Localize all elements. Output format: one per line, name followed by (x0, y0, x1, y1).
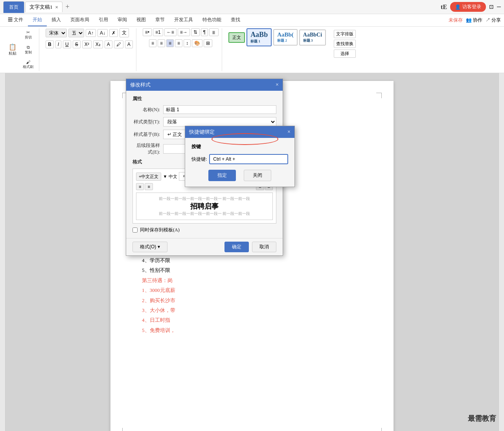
style-normal[interactable]: 正文 (228, 32, 245, 43)
shortcut-body: 按键 快捷键: 指定 关闭 (185, 138, 294, 187)
doc-tab-close[interactable]: ✕ (55, 5, 58, 9)
new-tab-btn[interactable]: + (63, 3, 72, 11)
ribbon-tab-layout[interactable]: 页面布局 (66, 14, 94, 26)
name-row: 名称(N): (132, 105, 276, 114)
ribbon-tab-file[interactable]: ☰ 文件 (3, 14, 28, 26)
style-h2-label: AaBb( (277, 31, 294, 38)
assign-btn[interactable]: 指定 (208, 170, 236, 181)
shortcut-close-btn[interactable]: × (287, 129, 291, 135)
ribbon-tab-find[interactable]: 查找 (226, 14, 245, 26)
char-border-btn[interactable]: A (125, 40, 133, 48)
login-button[interactable]: 👤 访客登录 (450, 2, 486, 12)
cancel-btn[interactable]: 取消 (252, 242, 276, 252)
align-right-btn[interactable]: ≡ (175, 39, 182, 47)
style-h2[interactable]: AaBb( 标题 2 (273, 29, 298, 46)
italic-btn[interactable]: I (55, 40, 61, 48)
clear-format-btn[interactable]: ✗ (109, 29, 118, 37)
ribbon-tab-ref[interactable]: 引用 (94, 14, 113, 26)
bullet-list-btn[interactable]: ≡• (143, 28, 152, 36)
show-marks-btn[interactable]: ¶ (201, 28, 208, 36)
text-arrange-btn[interactable]: 文字排版 (334, 30, 356, 38)
preview-lines-top: 前一段一前一段一前一段一前一段一 前一段一前一段 (140, 196, 269, 202)
item3-4: 4、日工时指 (142, 315, 362, 325)
item3-2: 2、购买长沙市 (142, 296, 362, 305)
name-label: 名称(N): (132, 106, 160, 113)
item3-3: 3、大小休，带 (142, 306, 362, 315)
bold-btn[interactable]: B (46, 40, 54, 48)
align-center-style-btn[interactable]: ≡ (145, 183, 153, 190)
paste-btn[interactable]: 📋 粘贴 (6, 42, 19, 58)
superscript-btn[interactable]: X² (82, 40, 92, 48)
modify-style-footer: 格式(O) ▾ 确定 取消 (126, 238, 283, 255)
col-btn[interactable]: ⫼ (209, 28, 219, 36)
corner-mark-br (376, 428, 382, 431)
preview-title: 招聘启事 (140, 202, 269, 211)
ribbon-tab-special[interactable]: 特色功能 (198, 14, 226, 26)
style-h1[interactable]: AaBb 标题 1 (246, 28, 272, 46)
ribbon-tab-insert[interactable]: 插入 (47, 14, 66, 26)
tab-home[interactable]: 首页 (3, 1, 24, 13)
ribbon-tab-review[interactable]: 审阅 (113, 14, 132, 26)
ribbon-tab-section[interactable]: 章节 (151, 14, 169, 26)
shortcut-close-dialog-btn[interactable]: 关闭 (244, 170, 271, 181)
unsaved-indicator[interactable]: 未保存 (449, 17, 463, 24)
align-left-btn[interactable]: ≡ (149, 39, 156, 47)
preview-area: 前一段一前一段一前一段一前一段一 前一段一前一段 招聘启事 前一段一前一段一前一… (136, 193, 273, 220)
indent-dec-btn[interactable]: ←≡ (164, 28, 177, 36)
restore-btn[interactable]: ⊡ (489, 4, 494, 10)
ok-btn[interactable]: 确定 (224, 242, 249, 252)
style-h2-name: 标题 2 (277, 38, 294, 43)
format-brush-btn[interactable]: 🖌 格式刷 (20, 58, 36, 71)
phonetic-btn[interactable]: 文 (120, 28, 129, 37)
corner-mark-bl (122, 428, 128, 431)
save-template-checkbox[interactable] (132, 227, 138, 233)
ribbon-tab-dev[interactable]: 开发工具 (169, 14, 198, 26)
copy-btn[interactable]: ⧉ 复制 (20, 43, 36, 57)
line-spacing-btn[interactable]: ↕ (184, 39, 191, 47)
font-left-btn[interactable]: +中文正文 (136, 172, 161, 181)
ribbon-tab-view[interactable]: 视图 (132, 14, 151, 26)
type-select[interactable]: 段落 (163, 117, 276, 127)
style-h3[interactable]: AaBbCi 标题 3 (299, 29, 326, 46)
align-left-style-btn[interactable]: ≡ (136, 183, 144, 190)
name-input[interactable] (163, 105, 276, 114)
item3-1: 1、3000元底薪 (142, 286, 362, 295)
highlight-btn[interactable]: 🖊 (114, 40, 123, 48)
font-shrink-btn[interactable]: A↓ (97, 29, 108, 37)
share-btn[interactable]: ↗ 分享 (486, 17, 501, 24)
item2-5: 5、性别不限 (142, 266, 362, 275)
modify-style-close-btn[interactable]: × (276, 82, 279, 88)
ribbon-tab-home[interactable]: 开始 (28, 14, 47, 26)
border-btn[interactable]: ⊞ (204, 39, 212, 47)
underline-btn[interactable]: U (63, 40, 71, 48)
style-h3-name: 标题 3 (303, 38, 322, 43)
title-right: tE 👤 访客登录 ⊡ ─ (441, 2, 501, 12)
shortcut-key-input[interactable] (209, 154, 288, 164)
font-grow-btn[interactable]: A↑ (86, 29, 96, 37)
subscript-btn[interactable]: X₂ (93, 40, 103, 48)
shortcut-title: 快捷键绑定 (189, 128, 215, 136)
cut-btn[interactable]: ✂ 剪切 (20, 28, 36, 42)
format-dropdown-btn[interactable]: 格式(O) ▾ (132, 242, 167, 252)
collab-btn[interactable]: 👥 协作 (466, 17, 482, 24)
indent-inc-btn[interactable]: ≡→ (178, 28, 190, 36)
user-icon: 👤 (455, 4, 461, 10)
sort-btn[interactable]: ⇅ (191, 28, 200, 36)
doc-tab-label: 文字文稿1 (29, 4, 53, 11)
strikethrough-btn[interactable]: S (73, 40, 81, 48)
sidebar-left (0, 73, 6, 431)
align-justify-btn[interactable]: ≡ (166, 39, 174, 47)
paragraph-group: ≡• ≡1 ←≡ ≡→ ⇅ ¶ ⫼ ≡ ≡ ≡ ≡ ↕ 🎨 ⊞ (140, 28, 222, 71)
align-center-btn[interactable]: ≡ (158, 39, 165, 47)
font-name-select[interactable]: 宋体 (46, 29, 67, 37)
num-list-btn[interactable]: ≡1 (153, 28, 163, 36)
minimize-btn[interactable]: ─ (497, 4, 501, 10)
font-size-select[interactable]: 五号 (68, 29, 84, 37)
font-color-btn[interactable]: A (105, 40, 112, 48)
right-tools: 文字排版 查找替换 选择 (332, 28, 357, 71)
find-replace-btn[interactable]: 查找替换 (334, 40, 356, 48)
shading-btn[interactable]: 🎨 (192, 39, 202, 47)
tab-doc[interactable]: 文字文稿1 ✕ (25, 2, 63, 12)
scroll-right[interactable] (498, 73, 504, 431)
select-btn[interactable]: 选择 (334, 50, 356, 58)
